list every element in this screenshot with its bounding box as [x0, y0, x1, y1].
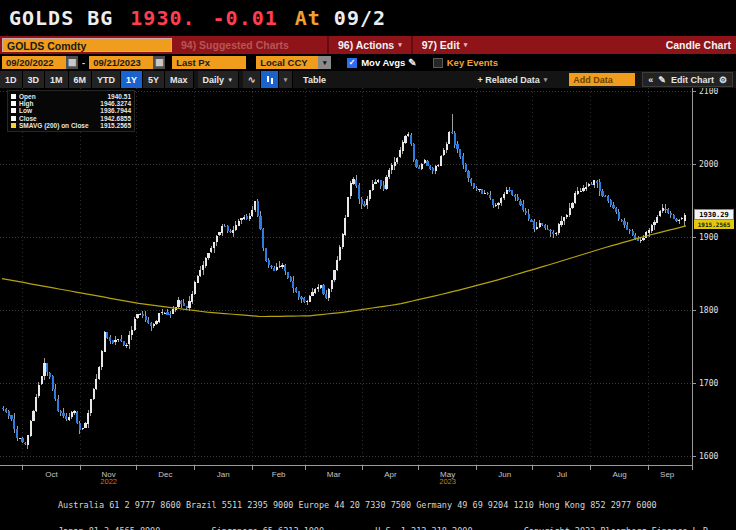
edit-chart-button[interactable]: Edit Chart — [671, 75, 714, 85]
caret-down-icon: ▼ — [227, 77, 233, 83]
x-axis-month-label: Jan — [217, 470, 230, 479]
range-button-ytd[interactable]: YTD — [92, 71, 121, 88]
range-button-max[interactable]: Max — [165, 71, 194, 88]
x-axis-year-label: 2022 — [100, 477, 117, 484]
range-button-1y[interactable]: 1Y — [121, 71, 143, 88]
trade-date: 09/2 — [334, 6, 386, 30]
price-chart[interactable]: 210020001900180017001600OctNovDecJanFebM… — [0, 88, 736, 484]
y-axis-tick: 2000 — [699, 160, 718, 169]
table-button[interactable]: Table — [303, 75, 326, 85]
title-bar: GOLDS BG 1930. -0.01 At 09/2 — [0, 0, 736, 36]
x-axis-month-label: Feb — [272, 470, 286, 479]
legend-item[interactable]: High1946.3274 — [11, 100, 131, 107]
terminal-footer: Australia 61 2 9777 8600 Brazil 5511 239… — [0, 484, 736, 530]
suggested-charts-menu[interactable]: 94) Suggested Charts — [181, 39, 327, 51]
period-select[interactable]: Daily ▼ — [198, 71, 239, 88]
edit-chart-group: « ✎ Edit Chart ⚙ — [642, 72, 733, 87]
pencil-icon[interactable]: ✎ — [408, 57, 416, 68]
price-field-input[interactable]: Last Px — [172, 56, 246, 69]
legend-swatch — [11, 94, 16, 99]
range-button-3d[interactable]: 3D — [23, 71, 46, 88]
range-button-1m[interactable]: 1M — [45, 71, 69, 88]
y-axis-tick: 1700 — [699, 379, 718, 388]
legend-value: 1946.3274 — [100, 100, 131, 107]
mov-avgs-label: Mov Avgs — [361, 57, 405, 68]
legend-label: Open — [19, 93, 36, 100]
legend-label: SMAVG (200) on Close — [19, 122, 89, 129]
legend-swatch — [11, 108, 16, 113]
security-input[interactable]: GOLDS Comdty — [2, 38, 172, 52]
candle-chart-icon — [266, 75, 274, 85]
legend-item[interactable]: Low1936.7944 — [11, 107, 131, 114]
x-axis-month-label: Sep — [660, 470, 675, 479]
caret-down-icon: ▾ — [464, 41, 468, 49]
x-axis-month-label: Jun — [498, 470, 511, 479]
chart-type-caret-button[interactable]: ▾ — [279, 71, 293, 88]
y-axis-tick: 1900 — [699, 233, 718, 242]
range-buttons: 1D3D1M6MYTD1Y5YMax — [0, 71, 194, 88]
footer-phone-line-1: Australia 61 2 9777 8600 Brazil 5511 239… — [0, 501, 736, 510]
at-label: At — [295, 6, 321, 30]
candle-chart-type-button[interactable] — [261, 71, 279, 88]
settings-bar: 09/20/2022 ▦ - 09/21/2023 ▦ Last Px Loca… — [0, 54, 736, 71]
x-axis-year-label: 2023 — [439, 477, 456, 484]
caret-down-icon: ▾ — [544, 76, 548, 84]
chart-type-label: Candle Chart — [666, 39, 731, 51]
last-trade-price: 1930. — [130, 6, 195, 30]
caret-down-icon[interactable]: ▾ — [318, 56, 331, 69]
x-axis-month-label: Jul — [557, 470, 567, 479]
edit-label: 97) Edit — [422, 39, 460, 51]
y-axis-tick: 1800 — [699, 306, 718, 315]
collapse-icon[interactable]: « — [648, 75, 653, 85]
pencil-icon: ✎ — [658, 75, 666, 85]
range-button-1d[interactable]: 1D — [0, 71, 23, 88]
period-label: Daily — [203, 75, 225, 85]
legend-item[interactable]: SMAVG (200) on Close1915.2565 — [11, 122, 131, 129]
legend-swatch — [11, 123, 16, 128]
menu-bar: GOLDS Comdty 94) Suggested Charts 96) Ac… — [0, 36, 736, 54]
actions-menu[interactable]: 96) Actions ▾ — [327, 36, 411, 54]
actions-label: 96) Actions — [338, 39, 394, 51]
caret-down-icon: ▾ — [398, 41, 402, 49]
legend-value: 1936.7944 — [100, 107, 131, 114]
legend-label: High — [19, 100, 33, 107]
key-events-label: Key Events — [447, 57, 498, 68]
legend-value: 1942.6855 — [100, 115, 131, 122]
chart-legend[interactable]: Open1940.51High1946.3274Low1936.7944Clos… — [7, 90, 135, 132]
edit-menu[interactable]: 97) Edit ▾ — [411, 36, 476, 54]
range-button-6m[interactable]: 6M — [69, 71, 93, 88]
y-axis-tick: 2100 — [699, 88, 718, 96]
line-chart-icon: ∿ — [247, 74, 255, 85]
smavg-axis-label: 1915.2565 — [694, 220, 734, 229]
start-date-input[interactable]: 09/20/2022 — [2, 56, 66, 69]
check-icon: ✓ — [349, 58, 356, 67]
range-button-5y[interactable]: 5Y — [143, 71, 165, 88]
legend-swatch — [11, 101, 16, 106]
x-axis-month-label: Oct — [45, 470, 58, 479]
x-axis-month-label: Dec — [158, 470, 172, 479]
ticker-label: GOLDS BG — [9, 6, 113, 30]
related-data-label: + Related Data — [478, 75, 540, 85]
x-axis-month-label: Apr — [384, 470, 397, 479]
calendar-icon[interactable]: ▦ — [153, 56, 165, 69]
line-chart-type-button[interactable]: ∿ — [243, 71, 261, 88]
legend-item[interactable]: Open1940.51 — [11, 93, 131, 100]
end-date-input[interactable]: 09/21/2023 — [89, 56, 153, 69]
key-events-checkbox[interactable] — [433, 58, 443, 68]
legend-value: 1915.2565 — [100, 122, 131, 129]
date-range-separator: - — [82, 57, 85, 68]
last-price-axis-label: 1930.29 — [694, 209, 734, 220]
legend-label: Close — [19, 115, 37, 122]
gear-icon[interactable]: ⚙ — [719, 75, 727, 85]
toolbar-right: + Related Data ▾ « ✎ Edit Chart ⚙ — [478, 72, 733, 87]
legend-item[interactable]: Close1942.6855 — [11, 115, 131, 122]
related-data-button[interactable]: + Related Data ▾ — [478, 75, 548, 85]
add-data-input[interactable] — [569, 73, 635, 86]
calendar-icon[interactable]: ▦ — [66, 56, 78, 69]
chart-area: 210020001900180017001600OctNovDecJanFebM… — [0, 88, 736, 484]
currency-select[interactable]: Local CCY — [256, 56, 318, 69]
x-axis-month-label: Aug — [613, 470, 627, 479]
price-change: -0.01 — [213, 6, 278, 30]
x-axis-month-label: Mar — [327, 470, 341, 479]
mov-avgs-checkbox[interactable]: ✓ — [347, 58, 357, 68]
